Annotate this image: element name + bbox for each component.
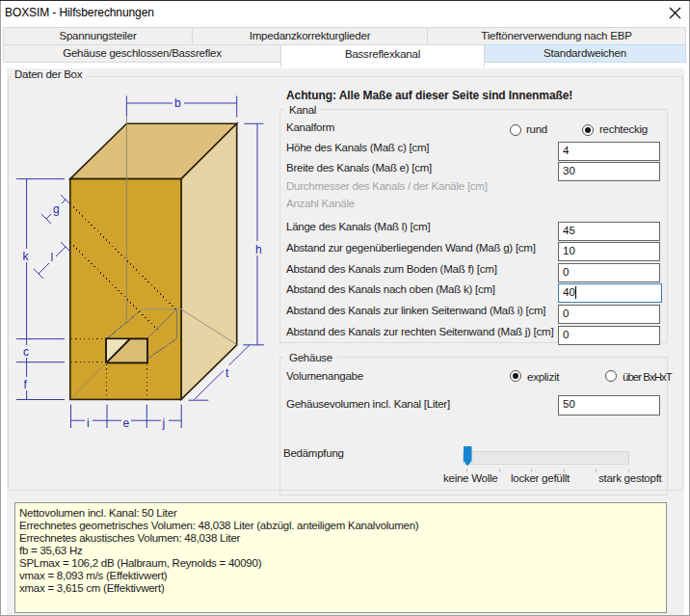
svg-text:e: e	[123, 416, 130, 430]
svg-text:g: g	[53, 202, 60, 216]
svg-text:i: i	[87, 416, 90, 430]
svg-text:b: b	[174, 96, 181, 110]
svg-text:j: j	[162, 416, 166, 430]
svg-text:c: c	[23, 345, 29, 359]
svg-text:k: k	[23, 250, 30, 263]
svg-text:l: l	[51, 251, 54, 264]
svg-text:h: h	[255, 243, 262, 256]
